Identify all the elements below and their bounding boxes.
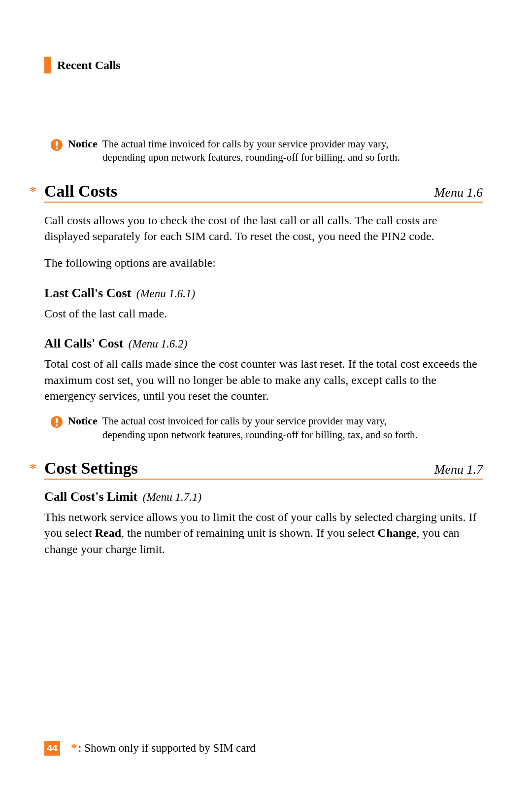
body-paragraph: This network service allows you to limit… (44, 509, 483, 557)
section-title: Cost Settings (44, 459, 138, 478)
asterisk-icon: * (30, 460, 36, 476)
svg-rect-1 (56, 141, 58, 146)
notice-block: Notice The actual cost invoiced for call… (50, 415, 483, 442)
bold-text: Read (95, 526, 121, 539)
notice-label: Notice (68, 138, 98, 150)
header-accent-bar (44, 57, 51, 73)
svg-point-5 (56, 424, 58, 426)
body-paragraph: The following options are available: (44, 255, 483, 271)
subheading-title: All Calls' Cost (44, 336, 123, 350)
page-number: 44 (44, 741, 60, 756)
footnote-asterisk-icon: * (71, 741, 77, 756)
subheading: All Calls' Cost (Menu 1.6.2) (44, 336, 483, 351)
section-title: Call Costs (44, 182, 117, 201)
page-footer: 44 * : Shown only if supported by SIM ca… (44, 741, 256, 756)
section-call-costs: * Call Costs Menu 1.6 Call costs allows … (44, 182, 483, 442)
subheading: Last Call's Cost (Menu 1.6.1) (44, 286, 483, 301)
section-heading: Cost Settings Menu 1.7 (44, 459, 483, 480)
asterisk-icon: * (30, 183, 36, 199)
page: Recent Calls Notice The actual time invo… (0, 0, 532, 799)
notice-block: Notice The actual time invoiced for call… (50, 138, 483, 165)
section-heading: Call Costs Menu 1.6 (44, 182, 483, 203)
header-title: Recent Calls (57, 59, 121, 72)
subheading-menu-ref: (Menu 1.7.1) (143, 491, 201, 503)
text-run: , the number of remaining unit is shown.… (121, 526, 378, 539)
section-menu-ref: Menu 1.6 (434, 185, 483, 200)
notice-text: The actual cost invoiced for calls by yo… (102, 415, 418, 442)
warning-icon (50, 139, 63, 151)
bold-text: Change (378, 526, 417, 539)
section-menu-ref: Menu 1.7 (434, 462, 483, 477)
page-header: Recent Calls (44, 57, 483, 73)
svg-point-2 (56, 147, 58, 149)
subheading-menu-ref: (Menu 1.6.1) (136, 287, 195, 300)
notice-text: The actual time invoiced for calls by yo… (102, 138, 418, 165)
notice-label: Notice (68, 415, 98, 427)
body-paragraph: Call costs allows you to check the cost … (44, 212, 483, 244)
subheading-title: Last Call's Cost (44, 286, 131, 300)
subheading-menu-ref: (Menu 1.6.2) (129, 338, 187, 350)
subheading-title: Call Cost's Limit (44, 489, 137, 504)
body-paragraph: Total cost of all calls made since the c… (44, 356, 483, 404)
footnote-text: : Shown only if supported by SIM card (78, 742, 256, 755)
body-paragraph: Cost of the last call made. (44, 306, 483, 321)
section-cost-settings: * Cost Settings Menu 1.7 Call Cost's Lim… (44, 459, 483, 557)
svg-rect-4 (56, 418, 58, 423)
subheading: Call Cost's Limit (Menu 1.7.1) (44, 489, 483, 504)
warning-icon (50, 416, 63, 428)
